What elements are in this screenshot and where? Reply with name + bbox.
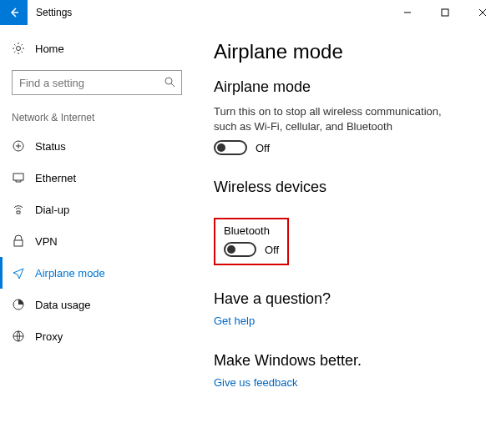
sidebar-item-label: Airplane mode: [35, 267, 105, 279]
gear-icon: [12, 42, 25, 55]
sidebar-item-label: Data usage: [35, 299, 91, 311]
home-label: Home: [35, 43, 64, 55]
search-icon: [164, 76, 175, 88]
question-heading: Have a question?: [214, 290, 481, 308]
search-input[interactable]: [12, 70, 182, 95]
bluetooth-label: Bluetooth: [224, 224, 279, 237]
status-icon: [12, 139, 25, 153]
airplane-heading: Airplane mode: [214, 78, 481, 96]
sidebar-item-label: Status: [35, 140, 66, 153]
titlebar: Settings: [0, 0, 501, 25]
minimize-button[interactable]: [388, 0, 426, 25]
page-title: Airplane mode: [214, 40, 481, 63]
sidebar-item-proxy[interactable]: Proxy: [0, 320, 194, 352]
svg-point-1: [17, 47, 21, 51]
get-help-link[interactable]: Get help: [214, 315, 255, 327]
back-button[interactable]: [0, 0, 28, 25]
proxy-icon: [12, 330, 25, 343]
bluetooth-toggle[interactable]: [224, 242, 256, 257]
airplane-icon: [12, 266, 25, 279]
sidebar-item-vpn[interactable]: VPN: [0, 225, 194, 257]
sidebar-item-status[interactable]: Status: [0, 130, 194, 162]
bluetooth-toggle-state: Off: [265, 244, 279, 256]
svg-rect-4: [13, 174, 23, 180]
svg-rect-0: [442, 9, 448, 16]
sidebar-item-label: Proxy: [35, 330, 63, 343]
window-title: Settings: [36, 7, 72, 18]
dialup-icon: [12, 203, 25, 216]
airplane-toggle-state: Off: [256, 142, 270, 154]
sidebar-item-ethernet[interactable]: Ethernet: [0, 162, 194, 194]
search-box: [12, 70, 182, 95]
vpn-icon: [12, 234, 25, 248]
feedback-heading: Make Windows better.: [214, 352, 481, 370]
sidebar-item-label: Dial-up: [35, 204, 69, 216]
airplane-description: Turn this on to stop all wireless commun…: [214, 104, 464, 133]
sidebar-item-label: VPN: [35, 235, 58, 248]
sidebar-item-data-usage[interactable]: Data usage: [0, 289, 194, 320]
arrow-left-icon: [8, 7, 20, 18]
window-controls: [388, 0, 501, 25]
airplane-mode-toggle[interactable]: [214, 140, 247, 155]
close-button[interactable]: [463, 0, 501, 25]
maximize-button[interactable]: [426, 0, 463, 25]
svg-point-2: [165, 78, 172, 84]
sidebar-home[interactable]: Home: [0, 33, 194, 63]
sidebar-category: Network & Internet: [0, 105, 194, 130]
feedback-link[interactable]: Give us feedback: [214, 376, 297, 389]
toggle-knob: [217, 143, 225, 152]
sidebar-item-airplane-mode[interactable]: Airplane mode: [0, 257, 194, 289]
ethernet-icon: [12, 171, 25, 184]
sidebar-item-label: Ethernet: [35, 172, 76, 184]
wireless-heading: Wireless devices: [214, 179, 481, 196]
main-content: Airplane mode Airplane mode Turn this on…: [194, 25, 501, 448]
svg-rect-5: [14, 240, 23, 246]
bluetooth-highlight: Bluetooth Off: [214, 218, 289, 265]
airplane-toggle-row: Off: [214, 140, 481, 155]
data-usage-icon: [12, 298, 25, 311]
sidebar-item-dialup[interactable]: Dial-up: [0, 194, 194, 225]
toggle-knob: [227, 245, 235, 254]
bluetooth-toggle-row: Off: [224, 242, 279, 257]
sidebar: Home Network & Internet Status Ethernet …: [0, 25, 194, 448]
